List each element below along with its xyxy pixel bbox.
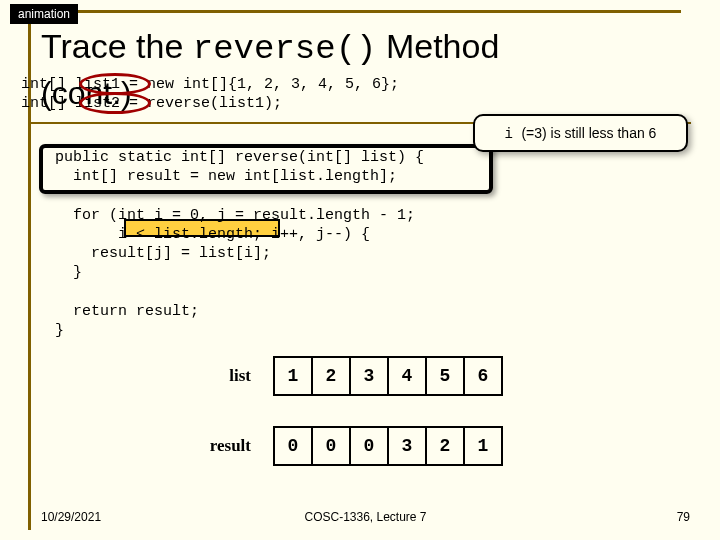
hint-var: i bbox=[505, 126, 522, 142]
title-pre: Trace the bbox=[41, 27, 193, 65]
result-cell: 0 bbox=[349, 426, 389, 466]
hint-post: is still less than 6 bbox=[547, 125, 657, 141]
list-cell: 4 bbox=[387, 356, 427, 396]
list-cell: 2 bbox=[311, 356, 351, 396]
animation-tag: animation bbox=[10, 4, 78, 24]
slide-title: Trace the reverse() Method bbox=[31, 10, 681, 68]
title-code: reverse() bbox=[193, 30, 377, 68]
slide-content: Trace the reverse() Method int[] list1 =… bbox=[28, 10, 700, 530]
list-cell: 3 bbox=[349, 356, 389, 396]
result-cell: 0 bbox=[273, 426, 313, 466]
result-cell: 0 bbox=[311, 426, 351, 466]
result-cell: 2 bbox=[425, 426, 465, 466]
hint-eq: (=3) bbox=[521, 125, 546, 141]
array-cells-result: 0 0 0 3 2 1 bbox=[273, 426, 503, 466]
array-label-result: result bbox=[161, 436, 251, 456]
list-cell: 5 bbox=[425, 356, 465, 396]
arrays-area: list 1 2 3 4 5 6 result 0 0 0 3 2 1 bbox=[161, 355, 503, 495]
list-cell: 1 bbox=[273, 356, 313, 396]
hint-callout: i (=3) is still less than 6 bbox=[473, 114, 688, 152]
result-cell: 3 bbox=[387, 426, 427, 466]
function-code-block: public static int[] reverse(int[] list) … bbox=[55, 148, 424, 340]
array-row-list: list 1 2 3 4 5 6 bbox=[161, 355, 503, 397]
title-post: Method bbox=[376, 27, 499, 65]
array-row-result: result 0 0 0 3 2 1 bbox=[161, 425, 503, 467]
array-label-list: list bbox=[161, 366, 251, 386]
list-cell: 6 bbox=[463, 356, 503, 396]
slide-footer: 10/29/2021 COSC-1336, Lecture 7 79 bbox=[41, 510, 690, 524]
highlight-oval-list2 bbox=[79, 92, 151, 114]
array-cells-list: 1 2 3 4 5 6 bbox=[273, 356, 503, 396]
result-cell: 1 bbox=[463, 426, 503, 466]
footer-center: COSC-1336, Lecture 7 bbox=[41, 510, 690, 524]
